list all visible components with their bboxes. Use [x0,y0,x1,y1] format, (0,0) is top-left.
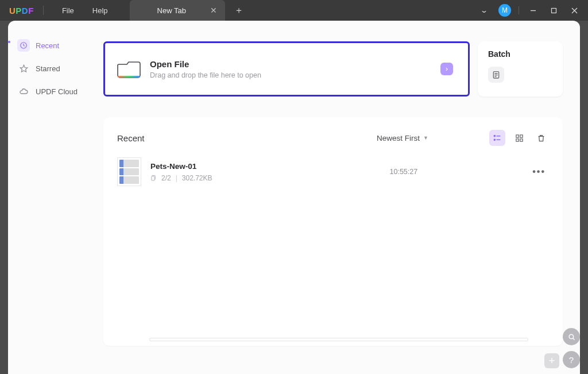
active-indicator [8,41,10,43]
sidebar-item-label: Starred [36,64,60,73]
recent-panel: Recent Newest First ▼ [103,117,563,346]
add-button[interactable]: + [544,353,559,368]
sort-dropdown[interactable]: Newest First ▼ [377,134,428,142]
scrollbar[interactable] [149,338,528,341]
more-icon[interactable]: ••• [532,167,546,177]
cloud-icon [17,85,30,98]
pages-icon [150,175,157,181]
separator [43,6,44,15]
window-close-button[interactable] [564,0,585,21]
chevron-down-icon[interactable]: ⌄ [474,0,494,21]
sidebar-item-label: UPDF Cloud [36,87,78,96]
window-minimize-button[interactable] [523,0,543,21]
svg-rect-1 [551,8,556,13]
svg-point-21 [569,334,574,339]
sidebar: Recent Starred UPDF Cloud [8,21,83,374]
star-icon [17,62,30,75]
file-thumbnail [117,157,141,186]
grid-view-button[interactable] [511,130,527,146]
clock-icon [17,39,30,52]
batch-card[interactable]: Batch [478,41,563,97]
main-content: Open File Drag and drop the file here to… [83,21,580,374]
svg-rect-16 [520,134,522,137]
svg-marker-5 [20,65,28,72]
file-time: 10:55:27 [390,168,418,176]
svg-rect-20 [152,176,155,180]
svg-rect-6 [118,76,140,78]
sidebar-item-starred[interactable]: Starred [8,60,83,77]
help-fab[interactable]: ? [563,351,580,368]
file-row[interactable]: Pets-New-01 2/2 | 302.72KB 10:55:27 ••• [117,157,549,186]
batch-label: Batch [488,49,552,59]
svg-rect-17 [516,138,518,141]
open-file-subtitle: Drag and drop the file here to open [150,71,261,79]
chevron-right-icon[interactable]: › [440,63,453,75]
menu-help[interactable]: Help [83,6,117,15]
add-tab-button[interactable]: ＋ [234,5,243,17]
search-fab[interactable] [563,328,580,345]
file-meta: 2/2 | 302.72KB [150,174,212,182]
tab-new[interactable]: New Tab ✕ [130,0,225,21]
svg-point-13 [494,139,495,140]
sidebar-item-recent[interactable]: Recent [8,37,83,54]
sidebar-item-label: Recent [36,41,59,50]
caret-down-icon: ▼ [423,135,428,141]
folder-icon [117,57,142,80]
delete-button[interactable] [533,130,549,146]
open-file-card[interactable]: Open File Drag and drop the file here to… [103,41,470,97]
avatar[interactable]: M [494,0,515,21]
app-logo: UPDF [9,6,34,16]
workspace: Recent Starred UPDF Cloud [0,21,588,374]
svg-line-22 [572,338,574,340]
svg-rect-15 [516,134,518,137]
recent-heading: Recent [117,133,145,143]
sidebar-item-cloud[interactable]: UPDF Cloud [8,83,83,100]
tab-label: New Tab [157,6,186,15]
batch-icon [488,67,504,83]
svg-point-11 [494,136,495,137]
separator [519,6,519,14]
window-maximize-button[interactable] [543,0,564,21]
close-icon[interactable]: ✕ [210,6,217,15]
list-view-button[interactable] [489,130,505,146]
file-name: Pets-New-01 [150,162,212,171]
svg-rect-18 [520,138,522,141]
titlebar: UPDF File Help New Tab ✕ ＋ ⌄ M [0,0,588,21]
open-file-title: Open File [150,59,261,69]
menu-file[interactable]: File [53,6,83,15]
